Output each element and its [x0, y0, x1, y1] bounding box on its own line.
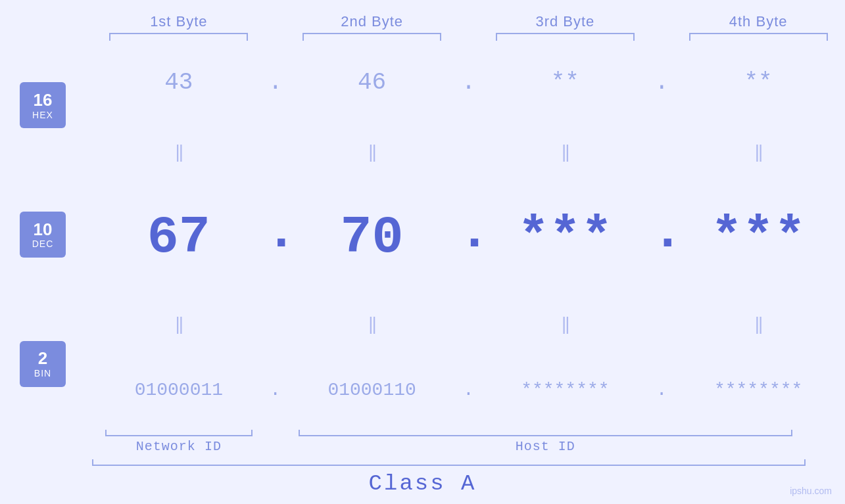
main-container: 1st Byte 2nd Byte 3rd Byte 4th Byte 16	[0, 0, 845, 504]
byte1-header: 1st Byte	[92, 13, 266, 30]
bin-b4: ********	[714, 380, 802, 400]
bin-dot2: .	[459, 380, 479, 400]
dec-b1: 67	[147, 208, 210, 267]
dec-badge: 10 DEC	[20, 212, 66, 258]
bin-b1: 01000011	[135, 380, 223, 400]
bracket-2	[302, 33, 441, 41]
watermark: ipshu.com	[790, 486, 832, 496]
hex-b3: **	[551, 69, 579, 96]
network-id-bracket-area	[92, 430, 266, 436]
bottom-bracket-area	[0, 430, 845, 436]
class-label-row: Class A	[0, 471, 845, 504]
dec-b4: ***	[711, 208, 806, 267]
byte4-header: 4th Byte	[671, 13, 845, 30]
hex-dot1: .	[266, 69, 285, 96]
badges-column: 16 HEX 10 DEC 2 BIN	[20, 41, 66, 428]
hex-dot2: .	[459, 69, 479, 96]
host-id-bracket-area	[285, 430, 806, 436]
network-id-label: Network ID	[136, 439, 222, 454]
hex-dot3: .	[652, 69, 671, 96]
hex-badge-number: 16	[34, 91, 53, 110]
dec-dot3: .	[652, 219, 671, 256]
bin-badge: 2 BIN	[20, 341, 66, 387]
bracket-4	[689, 33, 828, 41]
id-labels-row: Network ID Host ID	[0, 439, 845, 454]
bin-badge-label: BIN	[34, 368, 51, 378]
byte2-header: 2nd Byte	[285, 13, 459, 30]
bin-b2: 01000110	[327, 380, 416, 400]
byte3-header: 3rd Byte	[479, 13, 652, 30]
equals-row-2: || || || ||	[0, 313, 845, 334]
dec-dot2: .	[459, 219, 479, 256]
bin-dot1: .	[266, 380, 285, 400]
top-brackets	[0, 33, 845, 41]
bin-dot3: .	[652, 380, 671, 400]
network-id-bracket	[105, 430, 253, 436]
class-bracket-area	[0, 459, 845, 466]
dec-badge-label: DEC	[32, 239, 54, 249]
dec-b3: ***	[518, 208, 612, 267]
bracket-cell-4	[671, 33, 845, 41]
dec-row: 67 . 70 . *** . ***	[0, 208, 845, 267]
hex-b2: 46	[358, 69, 386, 96]
bracket-3	[496, 33, 635, 41]
dec-badge-number: 10	[34, 220, 53, 239]
bracket-cell-3	[479, 33, 652, 41]
hex-row: 43 . 46 . ** . **	[0, 69, 845, 96]
hex-badge-label: HEX	[32, 110, 53, 120]
header-row: 1st Byte 2nd Byte 3rd Byte 4th Byte	[0, 13, 845, 30]
class-label: Class A	[369, 471, 477, 496]
bin-b3: ********	[521, 380, 609, 400]
hex-badge: 16 HEX	[20, 82, 66, 128]
bracket-cell-2	[285, 33, 459, 41]
class-bracket	[92, 459, 806, 466]
dec-dot1: .	[266, 219, 285, 256]
hex-b4: **	[744, 69, 773, 96]
bracket-cell-1	[92, 33, 266, 41]
bin-row: 01000011 . 01000110 . ******** . *******…	[0, 380, 845, 400]
bin-badge-number: 2	[38, 349, 47, 368]
hex-b1: 43	[164, 69, 193, 96]
equals-row-1: || || || ||	[0, 141, 845, 162]
dec-b2: 70	[341, 208, 404, 267]
host-id-label: Host ID	[516, 439, 575, 454]
bracket-1	[109, 33, 248, 41]
host-id-bracket	[299, 430, 793, 436]
